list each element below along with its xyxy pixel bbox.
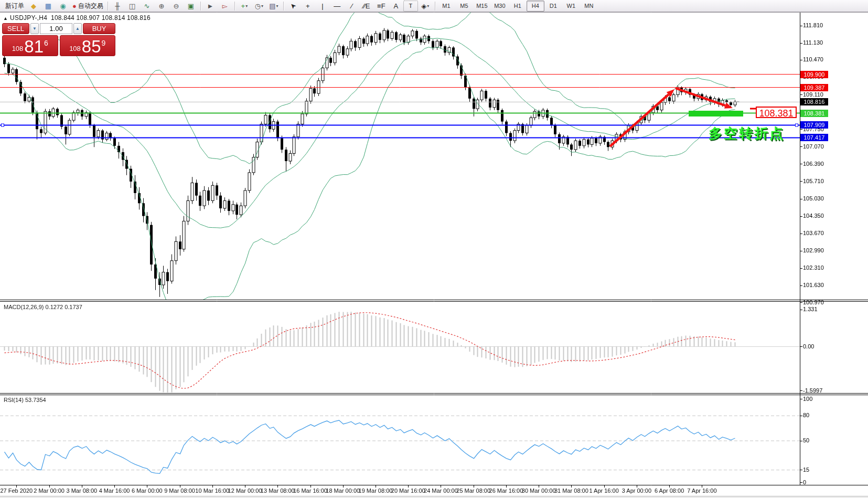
timeframe-d1[interactable]: D1 — [544, 1, 562, 12]
volume-input[interactable] — [40, 23, 72, 34]
buy-price-pips: 85 — [82, 39, 101, 55]
buy-price-box[interactable]: 108 85 9 — [60, 35, 116, 56]
trendline-icon: ∕ — [351, 1, 352, 11]
price-axis-tick-label: 107.070 — [803, 143, 824, 150]
level-price-badge: 109.900 — [800, 71, 828, 78]
timeframe-m30[interactable]: M30 — [491, 1, 509, 12]
equidistant-channel-icon[interactable]: ∕∕E — [359, 1, 374, 12]
chevron-down-icon[interactable]: ▾ — [261, 1, 263, 11]
autotrading-button-label: 自动交易 — [78, 1, 103, 11]
price-axis-tick-label: 105.030 — [803, 195, 824, 202]
turning-point-note[interactable]: 多空转折点 — [709, 124, 785, 143]
timeframe-m1[interactable]: M1 — [437, 1, 455, 12]
date-axis-label: 4 Mar 16:00 — [99, 488, 130, 494]
chevron-down-icon[interactable]: ▾ — [276, 1, 278, 11]
chart-shift-icon[interactable]: ▻ — [218, 1, 232, 12]
label-icon[interactable]: T — [403, 1, 418, 12]
date-axis-label: 1 Apr 16:00 — [590, 488, 619, 494]
date-axis-label: 25 Mar 08:00 — [456, 488, 490, 494]
cursor-icon[interactable]: ➤ — [286, 1, 301, 12]
fibonacci-icon[interactable]: ≡F — [374, 1, 389, 12]
buy-button[interactable]: BUY — [83, 23, 115, 34]
level-price-badge: 107.909 — [800, 121, 828, 129]
timeframe-mn[interactable]: MN — [580, 1, 598, 12]
zoom-out-icon[interactable]: ⊖ — [169, 1, 184, 12]
indicators-icon: + — [241, 1, 245, 11]
chart-ohlc-values: 108.844 108.907 108.814 108.816 — [51, 14, 151, 22]
data-window-icon[interactable]: ▦ — [41, 1, 56, 12]
horizontal-line-icon[interactable]: — — [330, 1, 345, 12]
date-axis-label: 6 Apr 08:00 — [655, 488, 684, 494]
date-axis-label: 6 Mar 00:00 — [132, 488, 163, 494]
rsi-axis-tick-label: 15 — [803, 467, 809, 473]
toolbar-separator — [200, 2, 201, 10]
buy-price-point: 9 — [102, 39, 106, 47]
rsi-axis-tick-label: 100 — [803, 396, 812, 402]
toolbar-separator — [283, 2, 284, 10]
navigator-icon[interactable]: ◉ — [56, 1, 70, 12]
date-axis-label: 9 Mar 08:00 — [164, 488, 195, 494]
timeframe-h4[interactable]: H4 — [527, 1, 544, 12]
vertical-line-icon[interactable]: | — [315, 1, 330, 12]
price-axis-tick-label: 100.970 — [803, 299, 824, 305]
level-price-badge: 107.417 — [800, 134, 828, 141]
timeframe-h1[interactable]: H1 — [509, 1, 527, 12]
current-price-badge: 108.816 — [800, 98, 828, 105]
sell-button[interactable]: SELL — [2, 23, 29, 34]
price-axis-tick-label: 106.390 — [803, 161, 824, 167]
level-price-badge: 108.381 — [800, 110, 828, 117]
line-chart-icon[interactable]: ∿ — [140, 1, 154, 12]
zoom-in-icon[interactable]: ⊕ — [154, 1, 169, 12]
date-axis-label: 3 Mar 08:00 — [66, 488, 97, 494]
tile-windows-icon[interactable]: ▣ — [184, 1, 198, 12]
candlestick-icon[interactable]: ◫ — [125, 1, 140, 12]
date-axis-label: 7 Apr 16:00 — [687, 488, 716, 494]
crosshair-icon[interactable]: + — [301, 1, 315, 12]
cursor-icon: ➤ — [287, 0, 298, 11]
zoom-in-icon: ⊕ — [158, 1, 164, 11]
sell-price-box[interactable]: 108 81 6 — [2, 35, 58, 56]
price-chart-canvas[interactable] — [0, 0, 868, 498]
macd-axis-tick-label: 0.00 — [803, 343, 814, 349]
timeframe-m5[interactable]: M5 — [455, 1, 473, 12]
date-axis-label: 13 Mar 08:00 — [261, 488, 295, 494]
auto-scroll-icon[interactable]: ► — [203, 1, 218, 12]
periods-icon[interactable]: ◷▾ — [252, 1, 266, 12]
price-callout-label[interactable]: 108.381 — [756, 107, 797, 118]
price-axis-tick-label: 102.310 — [803, 264, 824, 271]
auto-scroll-icon: ► — [207, 1, 213, 11]
volume-decrease-button[interactable]: ▼ — [30, 23, 39, 34]
chart-symbol-period: USDJPY-,H4 — [10, 14, 47, 22]
volume-increase-button[interactable]: ▲ — [73, 23, 82, 34]
chevron-down-icon[interactable]: ▾ — [427, 1, 429, 11]
chevron-down-icon[interactable]: ▾ — [245, 1, 248, 11]
date-axis-label: 19 Mar 08:00 — [359, 488, 393, 494]
crosshair-icon: + — [306, 1, 310, 11]
timeframe-w1[interactable]: W1 — [562, 1, 580, 12]
price-axis-tick-label: 111.130 — [803, 39, 823, 46]
date-axis-label: 27 Feb 2020 — [0, 488, 33, 494]
templates-icon[interactable]: ▤▾ — [266, 1, 281, 12]
price-axis-tick-label: 104.350 — [803, 213, 824, 219]
text-icon[interactable]: A — [389, 1, 403, 12]
timeframe-m15[interactable]: M15 — [473, 1, 491, 12]
price-axis-tick-label: 103.670 — [803, 230, 824, 236]
new-order-button[interactable]: 新订单 — [3, 1, 26, 12]
templates-icon: ▤ — [269, 1, 275, 11]
bar-chart-icon[interactable]: ╫ — [110, 1, 125, 12]
market-watch-icon[interactable]: ◆ — [26, 1, 41, 12]
shapes-icon[interactable]: ◈▾ — [418, 1, 433, 12]
text-icon: A — [394, 1, 399, 11]
date-axis-label: 24 Mar 00:00 — [424, 488, 458, 494]
date-axis-label: 26 Mar 16:00 — [489, 488, 523, 494]
price-axis-tick-label: 109.110 — [803, 91, 823, 98]
indicators-icon[interactable]: +▾ — [237, 1, 252, 12]
trendline-icon[interactable]: ∕ — [345, 1, 359, 12]
date-axis-label: 31 Mar 08:00 — [554, 488, 588, 494]
macd-axis-tick-label: -1.5997 — [803, 387, 822, 394]
candlestick-icon: ◫ — [129, 1, 135, 11]
autotrading-button[interactable]: ●自动交易 — [70, 1, 105, 12]
toolbar-separator — [108, 2, 108, 10]
rsi-axis-tick-label: 50 — [803, 437, 809, 443]
date-axis-label: 2 Mar 00:00 — [34, 488, 65, 494]
